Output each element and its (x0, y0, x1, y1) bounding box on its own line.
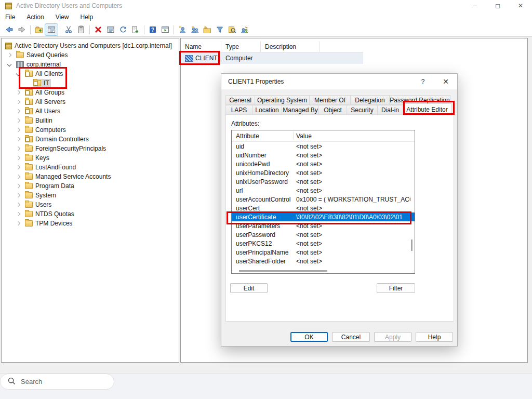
list-row-client1[interactable]: CLIENT1Computer (181, 52, 363, 64)
new-group-button[interactable] (189, 24, 201, 35)
chevron-right-icon[interactable] (16, 165, 20, 169)
back-button[interactable] (3, 24, 16, 35)
show-action-pane-button[interactable] (159, 24, 171, 35)
attr-row-url[interactable]: url<not set> (232, 186, 415, 195)
tree-item-all-clients[interactable]: All Clients (2, 69, 179, 78)
tab-general[interactable]: General (225, 95, 255, 105)
column-header-name[interactable]: Name (181, 41, 221, 52)
paste-button[interactable] (75, 24, 87, 35)
help-button[interactable]: ? (147, 24, 159, 35)
chevron-right-icon[interactable] (16, 203, 20, 207)
tree-item-all-groups[interactable]: All Groups (2, 88, 179, 97)
filter-button[interactable]: Filter (377, 283, 415, 293)
maximize-button[interactable]: ◻ (486, 0, 509, 11)
grid-column-attribute[interactable]: Attribute (232, 132, 294, 140)
tree-item-program-data[interactable]: Program Data (2, 181, 179, 191)
find-button[interactable] (226, 24, 238, 35)
cancel-button[interactable]: Cancel (332, 332, 370, 342)
edit-button[interactable]: Edit (230, 283, 268, 293)
tree-item-builtin[interactable]: Builtin (2, 116, 179, 125)
cut-button[interactable] (62, 24, 75, 35)
tree-item-lostandfound[interactable]: LostAndFound (2, 163, 179, 172)
help-button[interactable]: Help (416, 332, 453, 342)
tab-object[interactable]: Object (318, 105, 347, 115)
tree-item-domain-controllers[interactable]: Domain Controllers (2, 135, 179, 144)
chevron-right-icon[interactable] (16, 90, 20, 95)
attr-row-userprincipalname[interactable]: userPrincipalName<not set> (232, 248, 415, 257)
tree-item-ntds-quotas[interactable]: NTDS Quotas (2, 209, 179, 219)
attr-row-unicodepwd[interactable]: unicodePwd<not set> (232, 159, 415, 168)
chevron-right-icon[interactable] (16, 156, 20, 160)
tree-item-tpm-devices[interactable]: TPM Devices (2, 219, 179, 228)
chevron-down-icon[interactable] (16, 72, 20, 76)
show-console-tree-button[interactable] (45, 24, 58, 35)
menu-help[interactable]: Help (81, 14, 94, 21)
tree-item-it[interactable]: IT (2, 78, 179, 88)
properties-button[interactable] (104, 24, 117, 35)
attr-row-userpassword[interactable]: userPassword<not set> (232, 230, 415, 239)
tab-delegation[interactable]: Delegation (350, 95, 390, 105)
vertical-scrollbar[interactable] (411, 240, 413, 251)
tree-item-corp-internal[interactable]: corp.internal (2, 60, 179, 69)
tree-item-foreignsecurityprincipals[interactable]: ForeignSecurityPrincipals (2, 144, 179, 153)
tab-managed-by[interactable]: Managed By (282, 105, 319, 115)
attr-row-usercertificate[interactable]: userCertificate\30\82\02\E8\30\82\01\D0\… (232, 212, 415, 221)
tab-operating-system[interactable]: Operating System (255, 95, 310, 105)
search-input[interactable]: Search (0, 374, 114, 390)
attr-row-usersharedfolder[interactable]: userSharedFolder<not set> (232, 257, 415, 265)
attr-row-userpkcs12[interactable]: userPKCS12<not set> (232, 239, 415, 248)
choose-target-button[interactable] (238, 24, 251, 35)
tree-item-keys[interactable]: Keys (2, 153, 179, 163)
export-list-button[interactable] (129, 24, 142, 35)
tree-item-system[interactable]: System (2, 191, 179, 200)
tree-item-saved-queries[interactable]: Saved Queries (2, 50, 179, 60)
menu-file[interactable]: File (5, 14, 15, 21)
menu-action[interactable]: Action (26, 14, 44, 21)
dialog-close-icon[interactable]: ✕ (440, 76, 452, 87)
tab-location[interactable]: Location (252, 105, 282, 115)
chevron-right-icon[interactable] (16, 100, 20, 104)
menu-view[interactable]: View (56, 14, 69, 21)
tree-item-all-servers[interactable]: All Servers (2, 97, 179, 107)
new-ou-button[interactable] (201, 24, 214, 35)
chevron-right-icon[interactable] (16, 109, 20, 113)
tree-item-computers[interactable]: Computers (2, 125, 179, 135)
chevron-right-icon[interactable] (16, 221, 20, 225)
chevron-right-icon[interactable] (16, 137, 20, 141)
grid-column-value[interactable]: Value (294, 132, 312, 140)
ok-button[interactable]: OK (290, 332, 328, 342)
tab-dial-in[interactable]: Dial-in (377, 105, 403, 115)
chevron-right-icon[interactable] (16, 184, 20, 188)
tree-item-active-directory-users-and-computers-dc1-corp-internal[interactable]: Active Directory Users and Computers [dc… (2, 41, 179, 50)
attr-row-uid[interactable]: uid<not set> (232, 142, 415, 151)
tab-member-of[interactable]: Member Of (309, 95, 351, 105)
chevron-right-icon[interactable] (16, 147, 20, 151)
new-user-button[interactable] (176, 24, 189, 35)
delete-button[interactable] (92, 24, 104, 35)
chevron-right-icon[interactable] (16, 175, 20, 179)
tab-security[interactable]: Security (347, 105, 378, 115)
close-button[interactable]: ✕ (509, 0, 532, 11)
chevron-right-icon[interactable] (7, 53, 11, 57)
attr-row-userparameters[interactable]: userParameters<not set> (232, 221, 415, 230)
column-header-description[interactable]: Description (261, 41, 320, 52)
tab-attribute-editor[interactable]: Attribute Editor (403, 103, 451, 115)
forward-button[interactable] (16, 24, 28, 35)
tree-item-all-users[interactable]: All Users (2, 107, 179, 116)
tree-item-managed-service-accounts[interactable]: Managed Service Accounts (2, 172, 179, 181)
minimize-button[interactable]: – (463, 0, 486, 11)
dialog-help-icon[interactable]: ? (418, 76, 428, 87)
chevron-right-icon[interactable] (16, 212, 20, 216)
horizontal-scrollbar[interactable] (239, 270, 327, 272)
chevron-right-icon[interactable] (16, 193, 20, 197)
attr-row-usercert[interactable]: userCert<not set> (232, 204, 415, 212)
attr-row-unixhomedirectory[interactable]: unixHomeDirectory<not set> (232, 168, 415, 177)
column-header-type[interactable]: Type (221, 41, 261, 52)
attr-row-unixuserpassword[interactable]: unixUserPassword<not set> (232, 177, 415, 186)
tab-laps[interactable]: LAPS (225, 105, 252, 115)
filter-button[interactable] (214, 24, 226, 35)
up-one-level-button[interactable] (33, 24, 45, 35)
chevron-right-icon[interactable] (16, 128, 20, 132)
attr-row-uidnumber[interactable]: uidNumber<not set> (232, 151, 415, 159)
refresh-button[interactable] (117, 24, 129, 35)
